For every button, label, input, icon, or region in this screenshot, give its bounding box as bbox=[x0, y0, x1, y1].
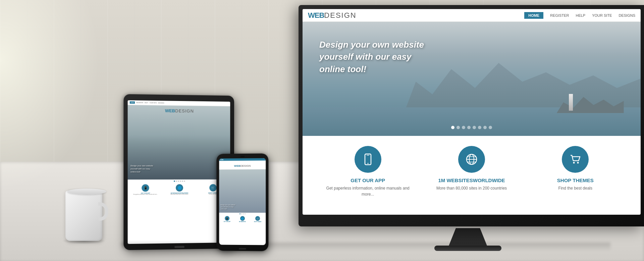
scene: WEB REGISTER HELP YOUR SITE DESIGNS WEBD… bbox=[0, 0, 644, 261]
monitor-logo-web: WEB bbox=[308, 11, 324, 20]
phone-logo: WEBDESIGN bbox=[219, 160, 266, 169]
phone-hero-text: Design your own websiteyourself with our… bbox=[220, 204, 235, 210]
monitor-nav-home[interactable]: HOME bbox=[524, 12, 543, 19]
phone-shop-icon: 🛒 bbox=[255, 216, 260, 221]
phone-nav-label: HOME bbox=[220, 159, 223, 160]
desk-reflection bbox=[121, 243, 610, 251]
monitor-nav-designs[interactable]: DESIGNS bbox=[619, 13, 635, 17]
monitor-hero: Design your own website yourself with ou… bbox=[303, 22, 641, 136]
hero-lighthouse bbox=[569, 94, 573, 111]
tablet-logo: WEBDESIGN bbox=[128, 105, 230, 115]
tablet-screen: WEB REGISTER HELP YOUR SITE DESIGNS WEBD… bbox=[128, 100, 230, 244]
monitor-worldwide-title: 1M WEBSITESWORLDWIDE bbox=[426, 177, 517, 183]
mug bbox=[62, 184, 106, 241]
tablet-feature-app: 📱 GET OUR APP Get paperless information,… bbox=[128, 185, 163, 196]
tablet-worldwide-desc: More than 80,000 sites in 200 countries bbox=[163, 194, 197, 195]
phone-screen: HOME WEBDESIGN Design your own websiteyo… bbox=[219, 158, 266, 245]
tablet-feature-worldwide: 🌐 1M WEBSITESWORLDWIDE More than 80,000 … bbox=[163, 184, 197, 195]
phone-feature-worldwide: 🌐 1M WEBSITES bbox=[235, 216, 250, 222]
tablet-hero: WEBDESIGN Design your own websiteyoursel… bbox=[128, 105, 230, 180]
tablet-app-desc: Get paperless information, online manual… bbox=[128, 194, 163, 196]
hero-dot-3[interactable] bbox=[462, 126, 465, 129]
monitor-logo: WEBDESIGN bbox=[308, 11, 524, 20]
phone-feature-shop: 🛒 SHOP THEMES bbox=[250, 216, 265, 222]
hero-dot-1[interactable] bbox=[451, 126, 454, 129]
mug-body bbox=[65, 191, 102, 241]
phone-camera bbox=[240, 156, 245, 157]
tablet-nav-yoursite: YOUR SITE bbox=[150, 102, 157, 104]
tablet-app-icon: 📱 bbox=[142, 185, 149, 192]
tablet-logo-web: WEB bbox=[165, 108, 175, 113]
tablet-nav-register: REGISTER bbox=[136, 102, 143, 103]
phone-worldwide-title: 1M WEBSITES bbox=[235, 221, 250, 222]
tablet-hero-text: Design your own websiteyourself with our… bbox=[130, 164, 153, 173]
monitor-nav-yoursite[interactable]: YOUR SITE bbox=[592, 13, 612, 17]
monitor-feature-worldwide: 1M WEBSITESWORLDWIDE More than 80,000 si… bbox=[420, 146, 523, 191]
tablet-nav-home: WEB bbox=[130, 101, 135, 104]
tablet-dot-6 bbox=[184, 180, 185, 182]
phone-feature-app: 📱 GET OUR APP bbox=[219, 216, 234, 222]
phone-logo-design: DESIGN bbox=[240, 164, 251, 167]
hero-dot-2[interactable] bbox=[457, 126, 460, 129]
phone-hero: Design your own websiteyourself with our… bbox=[219, 169, 266, 213]
phone-dot-4 bbox=[244, 213, 245, 214]
monitor-feature-shop: SHOP THEMES Find the best deals bbox=[524, 146, 627, 191]
tablet-features: 📱 GET OUR APP Get paperless information,… bbox=[128, 183, 230, 197]
hero-dot-7[interactable] bbox=[483, 126, 487, 129]
monitor-logo-design: DESIGN bbox=[324, 11, 356, 20]
phone-home-button bbox=[239, 248, 246, 250]
svg-point-9 bbox=[577, 162, 579, 164]
monitor-nav-register[interactable]: REGISTER bbox=[550, 13, 569, 17]
hero-dot-5[interactable] bbox=[473, 126, 476, 129]
phone: HOME WEBDESIGN Design your own websiteyo… bbox=[216, 153, 268, 251]
monitor-worldwide-icon bbox=[458, 146, 485, 173]
phone-dot-2 bbox=[241, 213, 242, 214]
svg-point-2 bbox=[367, 163, 368, 164]
monitor-app-title: GET OUR APP bbox=[323, 177, 413, 183]
hero-tagline-text: Design your own website yourself with ou… bbox=[319, 39, 424, 75]
phone-dot-3 bbox=[243, 213, 244, 214]
phone-app-title: GET OUR APP bbox=[219, 221, 234, 222]
hero-carousel-dots bbox=[451, 126, 492, 129]
phone-dot-1 bbox=[239, 213, 240, 214]
monitor-shop-icon bbox=[562, 146, 589, 173]
tablet-logo-design: DESIGN bbox=[175, 108, 194, 114]
tablet-dot-5 bbox=[182, 180, 183, 182]
monitor-worldwide-desc: More than 80,000 sites in 200 countries bbox=[426, 185, 517, 191]
tablet-dot-1 bbox=[174, 180, 175, 182]
tablet-dot-2 bbox=[176, 180, 177, 182]
monitor-frame: WEBDESIGN HOME REGISTER HELP YOUR SITE D… bbox=[299, 5, 644, 226]
phone-worldwide-icon: 🌐 bbox=[240, 216, 245, 221]
tablet-nav-designs: DESIGNS bbox=[158, 102, 164, 104]
monitor-app-icon bbox=[355, 146, 381, 173]
svg-rect-1 bbox=[367, 155, 369, 156]
hero-dot-8[interactable] bbox=[489, 126, 492, 129]
mug-rim bbox=[67, 189, 106, 195]
monitor-features: GET OUR APP Get paperless information, o… bbox=[303, 136, 641, 204]
monitor-feature-app: GET OUR APP Get paperless information, o… bbox=[316, 146, 420, 197]
tablet-hero-dots bbox=[128, 179, 230, 183]
monitor-nav-items: HOME REGISTER HELP YOUR SITE DESIGNS bbox=[524, 12, 635, 19]
phone-frame: HOME WEBDESIGN Design your own websiteyo… bbox=[216, 153, 268, 251]
monitor: WEBDESIGN HOME REGISTER HELP YOUR SITE D… bbox=[292, 0, 644, 248]
monitor-screen: WEBDESIGN HOME REGISTER HELP YOUR SITE D… bbox=[303, 9, 641, 215]
phone-features: 📱 GET OUR APP 🌐 1M WEBSITES 🛒 SHOP THEME… bbox=[219, 215, 266, 223]
tablet-dot-3 bbox=[178, 180, 179, 182]
tablet-shop-icon: 🛒 bbox=[209, 184, 217, 192]
tablet-worldwide-icon: 🌐 bbox=[176, 184, 183, 192]
hero-tagline: Design your own website yourself with ou… bbox=[319, 39, 424, 75]
monitor-shop-desc: Find the best deals bbox=[530, 185, 621, 191]
tablet-dot-4 bbox=[180, 180, 181, 182]
hero-dot-6[interactable] bbox=[478, 126, 481, 129]
phone-logo-web: WEB bbox=[234, 164, 240, 167]
phone-app-icon: 📱 bbox=[225, 216, 229, 221]
monitor-nav-help[interactable]: HELP bbox=[576, 13, 585, 17]
svg-point-8 bbox=[573, 162, 575, 164]
tablet-nav-help: HELP bbox=[145, 102, 148, 104]
hero-dot-4[interactable] bbox=[467, 126, 471, 129]
phone-shop-title: SHOP THEMES bbox=[250, 221, 265, 222]
monitor-shop-title: SHOP THEMES bbox=[530, 177, 621, 183]
monitor-navbar: WEBDESIGN HOME REGISTER HELP YOUR SITE D… bbox=[303, 9, 641, 22]
monitor-app-desc: Get paperless information, online manual… bbox=[323, 185, 413, 197]
